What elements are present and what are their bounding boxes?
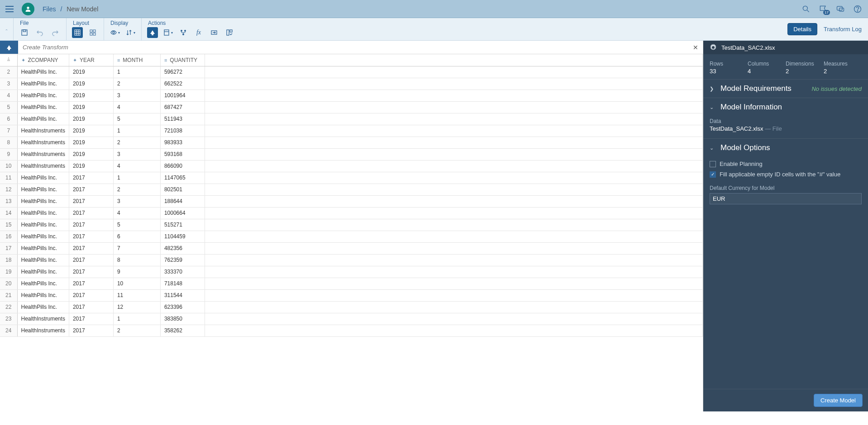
data-table-container[interactable]: ✦ZCOMPANY ✦YEAR ≡MONTH ≡QUANTITY 2Health…: [0, 54, 703, 411]
table-row[interactable]: 23HealthInstruments20171383850: [0, 313, 703, 325]
table-cell[interactable]: 358262: [160, 325, 205, 336]
table-cell[interactable]: HealthPills Inc.: [17, 278, 69, 289]
table-cell[interactable]: 2: [113, 325, 160, 336]
table-row[interactable]: 9HealthInstruments20193593168: [0, 148, 703, 160]
validate-icon[interactable]: [224, 27, 235, 38]
table-cell[interactable]: HealthPills Inc.: [17, 289, 69, 301]
table-cell[interactable]: 482356: [160, 242, 205, 254]
table-cell[interactable]: 188644: [160, 195, 205, 207]
table-row[interactable]: 21HealthPills Inc.201711311544: [0, 289, 703, 301]
collapse-ribbon-icon[interactable]: [5, 18, 14, 40]
table-cell[interactable]: 3: [113, 148, 160, 160]
table-row[interactable]: 4HealthPills Inc.201931001964: [0, 90, 703, 101]
table-row[interactable]: 10HealthInstruments20194866090: [0, 160, 703, 172]
table-cell[interactable]: 2: [113, 184, 160, 195]
row-number[interactable]: 24: [0, 325, 17, 336]
table-cell[interactable]: 2019: [69, 101, 113, 113]
table-cell[interactable]: 2017: [69, 278, 113, 289]
table-cell[interactable]: 1: [113, 313, 160, 325]
table-cell[interactable]: 511943: [160, 113, 205, 125]
table-row[interactable]: 6HealthPills Inc.20195511943: [0, 113, 703, 125]
table-cell[interactable]: HealthPills Inc.: [17, 101, 69, 113]
column-header-quantity[interactable]: ≡QUANTITY: [160, 54, 205, 66]
table-cell[interactable]: HealthInstruments: [17, 160, 69, 172]
table-row[interactable]: 18HealthPills Inc.20178762359: [0, 254, 703, 266]
table-cell[interactable]: 3: [113, 195, 160, 207]
table-cell[interactable]: 2017: [69, 266, 113, 278]
table-cell[interactable]: HealthPills Inc.: [17, 301, 69, 313]
currency-input[interactable]: [710, 193, 862, 204]
table-cell[interactable]: 2017: [69, 231, 113, 242]
table-cell[interactable]: 2017: [69, 184, 113, 195]
table-cell[interactable]: 4: [113, 101, 160, 113]
notifications-icon[interactable]: 17: [818, 4, 828, 14]
search-icon[interactable]: [801, 4, 811, 14]
row-number[interactable]: 22: [0, 301, 17, 313]
avatar[interactable]: [22, 3, 34, 15]
column-header-year[interactable]: ✦YEAR: [69, 54, 113, 66]
close-icon[interactable]: ✕: [693, 44, 698, 51]
table-cell[interactable]: HealthPills Inc.: [17, 66, 69, 78]
table-cell[interactable]: 2: [113, 78, 160, 90]
save-icon[interactable]: [19, 27, 30, 38]
table-row[interactable]: 12HealthPills Inc.20172802501: [0, 184, 703, 195]
section-header-information[interactable]: ⌄ Model Information: [703, 98, 868, 116]
table-cell[interactable]: HealthInstruments: [17, 313, 69, 325]
table-row[interactable]: 14HealthPills Inc.201741000664: [0, 207, 703, 219]
checkbox-enable-planning[interactable]: [710, 161, 716, 167]
table-cell[interactable]: HealthPills Inc.: [17, 113, 69, 125]
table-cell[interactable]: HealthPills Inc.: [17, 254, 69, 266]
table-cell[interactable]: 2019: [69, 125, 113, 137]
table-cell[interactable]: 2017: [69, 207, 113, 219]
table-cell[interactable]: 10: [113, 278, 160, 289]
transform-bar-icon[interactable]: [0, 41, 18, 54]
table-row[interactable]: 2HealthPills Inc.20191596272: [0, 66, 703, 78]
row-number[interactable]: 2: [0, 66, 17, 78]
table-cell[interactable]: 2019: [69, 148, 113, 160]
table-cell[interactable]: HealthPills Inc.: [17, 172, 69, 184]
row-number[interactable]: 14: [0, 207, 17, 219]
table-row[interactable]: 15HealthPills Inc.20175515271: [0, 219, 703, 231]
table-cell[interactable]: 596272: [160, 66, 205, 78]
table-cell[interactable]: 383850: [160, 313, 205, 325]
table-row[interactable]: 5HealthPills Inc.20194687427: [0, 101, 703, 113]
table-cell[interactable]: 4: [113, 207, 160, 219]
row-number[interactable]: 3: [0, 78, 17, 90]
table-cell[interactable]: 802501: [160, 184, 205, 195]
table-cell[interactable]: 687427: [160, 101, 205, 113]
table-cell[interactable]: 721038: [160, 125, 205, 137]
table-cell[interactable]: 2017: [69, 254, 113, 266]
card-view-icon[interactable]: [87, 27, 98, 38]
transform-action-icon[interactable]: [147, 27, 158, 38]
row-number[interactable]: 7: [0, 125, 17, 137]
formula-icon[interactable]: fx: [193, 27, 204, 38]
table-row[interactable]: 11HealthPills Inc.201711147065: [0, 172, 703, 184]
table-cell[interactable]: HealthInstruments: [17, 148, 69, 160]
table-cell[interactable]: 593168: [160, 148, 205, 160]
table-row[interactable]: 19HealthPills Inc.20179333370: [0, 266, 703, 278]
row-number[interactable]: 13: [0, 195, 17, 207]
table-row[interactable]: 13HealthPills Inc.20173188644: [0, 195, 703, 207]
table-cell[interactable]: 2019: [69, 78, 113, 90]
table-cell[interactable]: 1001964: [160, 90, 205, 101]
table-cell[interactable]: 623396: [160, 301, 205, 313]
table-cell[interactable]: 2017: [69, 242, 113, 254]
column-header-month[interactable]: ≡MONTH: [113, 54, 160, 66]
table-cell[interactable]: 311544: [160, 289, 205, 301]
row-number[interactable]: 9: [0, 148, 17, 160]
table-cell[interactable]: HealthPills Inc.: [17, 219, 69, 231]
table-cell[interactable]: 8: [113, 254, 160, 266]
row-number[interactable]: 16: [0, 231, 17, 242]
undo-icon[interactable]: [34, 27, 45, 38]
row-number[interactable]: 23: [0, 313, 17, 325]
table-cell[interactable]: HealthPills Inc.: [17, 90, 69, 101]
table-cell[interactable]: 2017: [69, 313, 113, 325]
table-cell[interactable]: 6: [113, 231, 160, 242]
row-number[interactable]: 19: [0, 266, 17, 278]
table-cell[interactable]: HealthInstruments: [17, 125, 69, 137]
chat-icon[interactable]: [835, 4, 845, 14]
table-row[interactable]: 3HealthPills Inc.20192662522: [0, 78, 703, 90]
redo-icon[interactable]: [50, 27, 61, 38]
row-number[interactable]: 21: [0, 289, 17, 301]
table-row[interactable]: 16HealthPills Inc.201761104459: [0, 231, 703, 242]
